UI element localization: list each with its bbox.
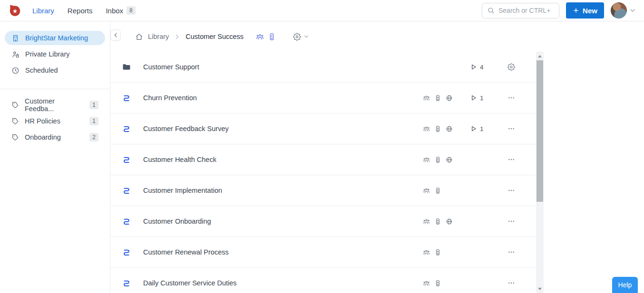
nav-inbox[interactable]: Inbox 8 [106, 6, 135, 15]
sidebar-item-label: Scheduled [25, 66, 58, 74]
more-menu-icon[interactable] [507, 125, 515, 132]
people-group-icon[interactable] [423, 95, 430, 102]
more-menu-icon[interactable] [507, 156, 515, 163]
id-card-icon[interactable] [434, 249, 441, 256]
gear-icon [293, 33, 301, 41]
sidebar-tag-hr-policies[interactable]: HR Policies 1 [5, 114, 105, 128]
play-progress[interactable]: 1 [469, 94, 493, 102]
search-input[interactable] [498, 7, 551, 14]
tag-label: Customer Feedba... [25, 97, 84, 113]
list-row[interactable]: Customer Implementation [110, 175, 536, 206]
search-icon [487, 7, 495, 14]
chevron-right-icon [174, 33, 181, 40]
sidebar-collapse-button[interactable] [110, 29, 121, 41]
more-menu-icon[interactable] [507, 217, 515, 225]
building-icon [11, 34, 20, 42]
scroll-down-arrow[interactable] [536, 285, 544, 292]
nav-inbox-label: Inbox [106, 7, 123, 15]
list-row[interactable]: Churn Prevention 1 [110, 83, 536, 113]
play-progress[interactable]: 4 [469, 63, 493, 71]
id-card-icon[interactable] [434, 95, 441, 102]
tag-label: HR Policies [25, 117, 60, 125]
more-menu-icon[interactable] [507, 279, 515, 287]
home-icon[interactable] [135, 33, 143, 41]
play-count: 4 [480, 64, 484, 71]
row-title: Customer Renewal Process [143, 248, 423, 256]
row-title: Customer Onboarding [143, 217, 423, 225]
folder-settings-menu[interactable] [293, 33, 310, 41]
main-nav: Library Reports Inbox 8 [32, 6, 136, 15]
globe-icon[interactable] [446, 218, 453, 225]
row-title: Churn Prevention [143, 94, 423, 102]
list-row[interactable]: Customer Health Check [110, 144, 536, 175]
brand-logo-icon[interactable] [8, 3, 22, 18]
id-card-icon[interactable] [434, 156, 441, 163]
sidebar-item-label: Private Library [25, 50, 69, 58]
top-bar: Library Reports Inbox 8 New [0, 0, 644, 21]
scroll-up-arrow[interactable] [536, 53, 544, 59]
tag-count-badge: 2 [89, 133, 98, 142]
content-list: Customer Support 4 [110, 52, 536, 293]
tag-count-badge: 1 [89, 101, 98, 109]
row-title: Customer Feedback Survey [143, 125, 423, 132]
process-icon [122, 247, 131, 257]
more-menu-icon[interactable] [507, 187, 515, 194]
new-button[interactable]: New [566, 2, 604, 19]
process-icon [122, 124, 131, 133]
more-menu-icon[interactable] [507, 94, 515, 102]
person-lock-icon [11, 50, 20, 58]
folder-meta-icons [256, 33, 276, 41]
list-row[interactable]: Daily Customer Service Duties [110, 268, 536, 293]
sidebar-item-brightstar-marketing[interactable]: BrightStar Marketing [5, 31, 105, 45]
tag-label: Onboarding [25, 133, 61, 141]
play-count: 1 [480, 95, 484, 102]
sidebar-tag-customer-feedback[interactable]: Customer Feedba... 1 [5, 98, 105, 112]
breadcrumb-current: Customer Success [185, 33, 244, 40]
globe-icon[interactable] [446, 156, 453, 163]
play-progress[interactable]: 1 [469, 125, 493, 132]
play-icon [469, 94, 477, 102]
id-card-icon[interactable] [434, 218, 441, 225]
sidebar-item-private-library[interactable]: Private Library [5, 47, 105, 61]
process-icon [122, 93, 131, 103]
tag-icon [11, 117, 19, 125]
scrollbar-thumb[interactable] [537, 60, 543, 202]
chevron-down-icon [629, 7, 636, 14]
people-group-icon[interactable] [423, 125, 430, 132]
people-group-icon[interactable] [423, 156, 430, 163]
breadcrumb-library[interactable]: Library [148, 33, 169, 40]
people-group-icon[interactable] [423, 280, 430, 287]
id-card-icon[interactable] [434, 125, 441, 132]
sidebar-item-scheduled[interactable]: Scheduled [5, 63, 105, 77]
list-row[interactable]: Customer Feedback Survey 1 [110, 113, 536, 144]
gear-icon[interactable] [507, 63, 515, 71]
list-scrollbar[interactable] [536, 52, 544, 293]
nav-reports[interactable]: Reports [68, 7, 93, 15]
list-row[interactable]: Customer Onboarding [110, 206, 536, 237]
row-title: Daily Customer Service Duties [143, 279, 423, 287]
row-title: Customer Implementation [143, 187, 423, 194]
topbar-right: New [482, 2, 636, 19]
tag-icon [11, 101, 19, 109]
more-menu-icon[interactable] [507, 248, 515, 256]
people-group-icon[interactable] [423, 187, 430, 194]
breadcrumb: Library Customer Success [110, 21, 644, 52]
people-group-icon[interactable] [423, 249, 430, 256]
play-count: 1 [480, 125, 484, 132]
user-menu[interactable] [611, 2, 636, 19]
id-card-icon[interactable] [268, 33, 276, 41]
folder-icon [122, 62, 131, 72]
list-row[interactable]: Customer Support 4 [110, 52, 536, 83]
globe-icon[interactable] [446, 125, 453, 132]
list-row[interactable]: Customer Renewal Process [110, 237, 536, 268]
people-group-icon[interactable] [423, 218, 430, 225]
id-card-icon[interactable] [434, 187, 441, 194]
search-box[interactable] [482, 3, 559, 19]
help-button[interactable]: Help [612, 277, 638, 293]
people-group-icon[interactable] [256, 33, 264, 41]
nav-library[interactable]: Library [32, 7, 54, 15]
sidebar-tag-onboarding[interactable]: Onboarding 2 [5, 130, 105, 144]
play-icon [469, 125, 477, 132]
id-card-icon[interactable] [434, 280, 441, 287]
globe-icon[interactable] [446, 95, 453, 102]
